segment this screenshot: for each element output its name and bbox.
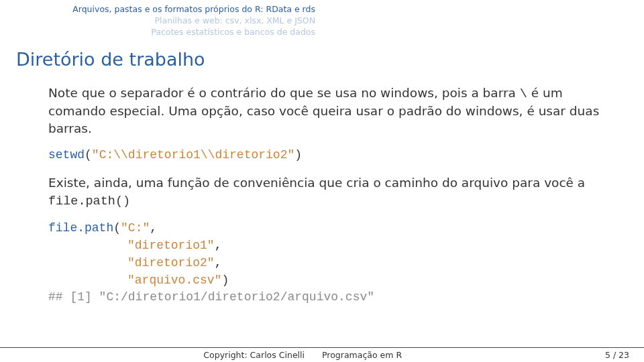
footer-course: Programação em R — [315, 350, 402, 360]
code-fn-filepath: file.path — [48, 221, 113, 235]
code-arg-1: "C:" — [121, 221, 150, 235]
header-section-active: Arquivos, pastas e os formatos próprios … — [0, 4, 315, 15]
code-comma-3: , — [215, 256, 222, 269]
p1-slash: \ — [520, 87, 527, 101]
footer-page-number: 5 / 23 — [605, 350, 629, 360]
header-section-inactive-1: Planilhas e web: csv, xlsx, XML e JSON — [0, 15, 315, 27]
code-fn-setwd: setwd — [48, 148, 85, 162]
slide-title: Diretório de trabalho — [0, 40, 644, 70]
code-block-filepath: file.path("C:", "diretorio1", "diretorio… — [48, 219, 606, 306]
code-comma-1: , — [150, 221, 157, 235]
code-arg-3: "diretorio2" — [127, 256, 215, 269]
code-arg-4: "arquivo.csv" — [127, 274, 221, 287]
code-paren-open: ( — [85, 148, 92, 162]
code-arg-2: "diretorio1" — [127, 239, 215, 252]
header-sections: Arquivos, pastas e os formatos próprios … — [0, 4, 315, 38]
p2-inline-code: file.path() — [48, 194, 130, 208]
paragraph-2: Existe, ainda, uma função de conveniênci… — [48, 174, 606, 210]
p1-text-a: Note que o separador é o contrário do qu… — [48, 86, 520, 100]
slide-header: Arquivos, pastas e os formatos próprios … — [0, 0, 644, 40]
code-string-path: "C:\\diretorio1\\diretorio2" — [92, 148, 294, 162]
code-paren-close-2: ) — [221, 274, 229, 287]
p2-text-a: Existe, ainda, uma função de conveniênci… — [48, 176, 585, 190]
slide-content: Note que o separador é o contrário do qu… — [0, 70, 644, 306]
header-section-inactive-2: Pacotes estatísticos e bancos de dados — [0, 27, 315, 38]
code-comma-2: , — [215, 239, 222, 252]
paragraph-1: Note que o separador é o contrário do qu… — [48, 84, 606, 137]
footer-copyright: Copyright: Carlos Cinelli — [0, 350, 315, 360]
code-paren-close: ) — [294, 148, 302, 162]
code-block-setwd: setwd("C:\\diretorio1\\diretorio2") — [48, 146, 606, 164]
slide-footer: Copyright: Carlos Cinelli Programação em… — [0, 347, 644, 362]
code-paren-open-2: ( — [113, 221, 121, 235]
code-output: ## [1] "C:/diretorio1/diretorio2/arquivo… — [48, 290, 374, 304]
